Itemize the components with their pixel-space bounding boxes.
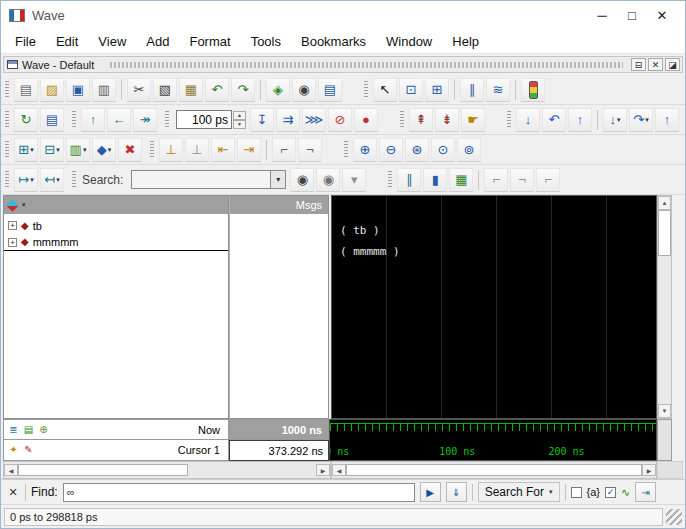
back-button[interactable]: ←: [107, 108, 131, 132]
zoom-last-button[interactable]: ⊙: [431, 138, 455, 162]
match-case-checkbox[interactable]: [571, 487, 582, 498]
names-hscroll-thumb[interactable]: [18, 464, 188, 476]
edit-cursor-icon[interactable]: ✎: [22, 445, 35, 455]
environment-button[interactable]: ▤: [40, 108, 64, 132]
add-wave-button[interactable]: ⊞▾: [14, 138, 38, 162]
find-toolbar-button[interactable]: ◉: [292, 78, 316, 102]
scroll-right-button[interactable]: ▶: [316, 464, 330, 476]
vertical-scrollbar[interactable]: ▲ ▼: [657, 195, 672, 419]
vertical-scroll-thumb[interactable]: [658, 210, 671, 256]
refresh-button[interactable]: ↻: [14, 108, 38, 132]
close-button[interactable]: ✕: [647, 8, 677, 23]
column-layout-caret-icon[interactable]: ▾: [22, 201, 26, 209]
last-edge-button[interactable]: ↑: [655, 108, 679, 132]
add-bookmark-button[interactable]: ◆▾: [92, 138, 116, 162]
run-all-button[interactable]: ⋙: [302, 108, 326, 132]
zoom-mode-button[interactable]: ⊡: [399, 78, 423, 102]
zoom-out-button[interactable]: ⊖: [379, 138, 403, 162]
move-edge-button[interactable]: ≋: [486, 78, 510, 102]
menu-item-file[interactable]: File: [5, 31, 46, 52]
run-length-field-up-button[interactable]: ▲: [233, 111, 246, 120]
toolbar-grip[interactable]: [364, 81, 368, 99]
timeline-ruler[interactable]: 0 ns100 ns200 ns: [329, 419, 657, 461]
toolbar-grip[interactable]: [72, 111, 76, 129]
zoom-in-button[interactable]: ⊕: [353, 138, 377, 162]
undo-button[interactable]: ↶: [205, 78, 229, 102]
prev-falling-edge-button[interactable]: ⌐: [272, 138, 296, 162]
delete-cursor-button[interactable]: ⊥: [185, 138, 209, 162]
run-length-field-down-button[interactable]: ▼: [233, 120, 246, 129]
zoom-range-button[interactable]: ⊚: [457, 138, 481, 162]
cursor-row[interactable]: ✦✎ Cursor 1: [3, 440, 229, 461]
toolbar-grip[interactable]: [388, 171, 392, 189]
cut-button[interactable]: ✂: [127, 78, 151, 102]
waveform-canvas[interactable]: ( tb )( mmmmm ): [331, 195, 657, 419]
scroll-left-button[interactable]: ◀: [332, 464, 346, 476]
wave-hscroll-thumb[interactable]: [346, 464, 642, 476]
first-edge-button[interactable]: ↑: [568, 108, 592, 132]
menu-item-window[interactable]: Window: [376, 31, 442, 52]
page-up-button[interactable]: ⇞: [409, 108, 433, 132]
toolbar-grip[interactable]: [5, 171, 9, 189]
tree-item[interactable]: +◆mmmmm: [4, 234, 228, 251]
next-rising-edge-button[interactable]: ¬: [298, 138, 322, 162]
insert-divider-button[interactable]: ▥▾: [66, 138, 90, 162]
forward-button[interactable]: ↠: [133, 108, 157, 132]
expanded-time-event-button[interactable]: ▦: [449, 168, 473, 192]
pane-drag-grip[interactable]: [110, 62, 623, 68]
collapse-all-button[interactable]: ⌐: [484, 168, 508, 192]
expand-all-button[interactable]: ¬: [510, 168, 534, 192]
expanded-time-delta-button[interactable]: ▮: [423, 168, 447, 192]
panel-menu-button[interactable]: ◪: [665, 58, 680, 71]
run-length-field-input[interactable]: [176, 110, 232, 129]
pan-mode-button[interactable]: ⊞: [425, 78, 449, 102]
new-file-button[interactable]: ▤: [14, 78, 38, 102]
stop-button[interactable]: ●: [354, 108, 378, 132]
scroll-right-button[interactable]: ▶: [642, 464, 656, 476]
pane-header[interactable]: Wave - Default ⊟ ✕ ◪: [3, 56, 683, 73]
next-edge-button[interactable]: ↷▾: [629, 108, 653, 132]
print-button[interactable]: ▥: [92, 78, 116, 102]
find-next-button[interactable]: ▶: [420, 482, 441, 502]
search-field-dropdown-button[interactable]: ▾: [271, 170, 286, 189]
expand-time-button[interactable]: ↦▾: [14, 168, 38, 192]
toolbar-grip[interactable]: [5, 111, 9, 129]
close-pane-button[interactable]: ✕: [648, 58, 663, 71]
copy-button[interactable]: ▧: [153, 78, 177, 102]
save-button[interactable]: ▣: [66, 78, 90, 102]
search-up-button[interactable]: ◉: [316, 168, 340, 192]
zoom-full-button[interactable]: ⊛: [405, 138, 429, 162]
expander-icon[interactable]: +: [8, 221, 17, 230]
close-find-icon[interactable]: ✕: [6, 486, 20, 499]
names-column-header[interactable]: ▾: [4, 196, 228, 214]
menu-item-tools[interactable]: Tools: [241, 31, 291, 52]
toolbar-grip[interactable]: [344, 141, 348, 159]
toolbar-grip[interactable]: [5, 81, 9, 99]
collapse-range-button[interactable]: ⌐: [536, 168, 560, 192]
run-button[interactable]: ↧: [250, 108, 274, 132]
collapse-time-button[interactable]: ↤▾: [40, 168, 64, 192]
scroll-left-button[interactable]: ◀: [4, 464, 18, 476]
wave-hscrollbar[interactable]: ◀ ▶: [331, 461, 657, 479]
wrap-search-checkbox[interactable]: ✓: [605, 487, 616, 498]
find-input[interactable]: [78, 485, 414, 500]
scroll-down-button[interactable]: ▼: [658, 404, 671, 418]
stop-drawing-button[interactable]: [521, 78, 545, 102]
toolbar-grip[interactable]: [507, 111, 511, 129]
add-cursor-button[interactable]: ⊥: [159, 138, 183, 162]
menu-item-view[interactable]: View: [88, 31, 136, 52]
paste-button[interactable]: ▦: [179, 78, 203, 102]
menu-item-add[interactable]: Add: [136, 31, 179, 52]
minimize-button[interactable]: ─: [587, 8, 617, 23]
continue-run-button[interactable]: ⇉: [276, 108, 300, 132]
expanded-time-off-button[interactable]: ∥: [397, 168, 421, 192]
toolbar-grip[interactable]: [165, 111, 169, 129]
tree-item[interactable]: +◆tb: [4, 217, 228, 234]
menu-item-help[interactable]: Help: [442, 31, 489, 52]
pan-hand-button[interactable]: ☛: [461, 108, 485, 132]
scroll-up-button[interactable]: ▲: [658, 196, 671, 210]
stretch-edge-button[interactable]: ∥: [460, 78, 484, 102]
next-transition-button[interactable]: ↓▾: [603, 108, 627, 132]
up-context-button[interactable]: ↑: [81, 108, 105, 132]
find-bar-options-button[interactable]: ⇥: [635, 482, 656, 502]
